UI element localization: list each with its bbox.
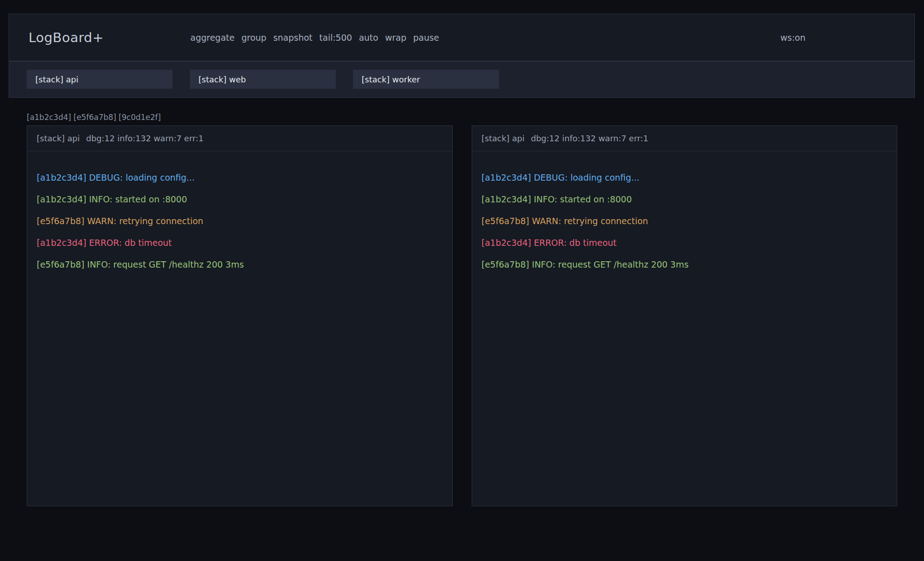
log-line: [a1b2c3d4] ERROR: db timeout (37, 232, 443, 254)
stack-tab-web[interactable]: [stack] web (190, 70, 336, 89)
log-line: [e5f6a7b8] WARN: retrying connection (37, 210, 443, 232)
log-line: [a1b2c3d4] DEBUG: loading config... (482, 167, 888, 188)
toolbar-item-aggregate[interactable]: aggregate (190, 33, 235, 43)
app-header: LogBoard+ aggregate group snapshot tail:… (9, 14, 914, 62)
panel-stats: dbg:12 info:132 warn:7 err:1 (531, 134, 648, 143)
panel-header: [stack] api dbg:12 info:132 warn:7 err:1 (27, 126, 452, 151)
log-line: [e5f6a7b8] INFO: request GET /healthz 20… (482, 254, 888, 275)
panel-source-label: [stack] api (482, 134, 525, 143)
log-panel-left: [stack] api dbg:12 info:132 warn:7 err:1… (27, 125, 453, 506)
stack-tab-worker[interactable]: [stack] worker (353, 70, 499, 89)
top-bar: LogBoard+ aggregate group snapshot tail:… (9, 14, 915, 98)
log-line: [a1b2c3d4] INFO: started on :8000 (482, 188, 888, 210)
toolbar-item-snapshot[interactable]: snapshot (273, 33, 313, 43)
ws-status[interactable]: ws:on (780, 33, 806, 43)
log-line: [a1b2c3d4] ERROR: db timeout (482, 232, 888, 254)
stack-tabs-row: [stack] api [stack] web [stack] worker (9, 62, 914, 97)
log-line: [e5f6a7b8] WARN: retrying connection (482, 210, 888, 232)
log-panels: [stack] api dbg:12 info:132 warn:7 err:1… (27, 125, 897, 506)
toolbar: aggregate group snapshot tail:500 auto w… (190, 33, 439, 43)
log-line: [a1b2c3d4] INFO: started on :8000 (37, 188, 443, 210)
panel-log-body: [a1b2c3d4] DEBUG: loading config... [a1b… (27, 151, 452, 275)
log-line: [e5f6a7b8] INFO: request GET /healthz 20… (37, 254, 443, 275)
app-title: LogBoard+ (29, 30, 104, 45)
toolbar-item-pause[interactable]: pause (413, 33, 439, 43)
panel-stats: dbg:12 info:132 warn:7 err:1 (86, 134, 203, 143)
log-panel-right: [stack] api dbg:12 info:132 warn:7 err:1… (472, 125, 898, 506)
toolbar-item-auto[interactable]: auto (359, 33, 378, 43)
panel-source-label: [stack] api (37, 134, 80, 143)
toolbar-item-tail[interactable]: tail:500 (319, 33, 352, 43)
stack-tab-api[interactable]: [stack] api (27, 70, 173, 89)
toolbar-item-group[interactable]: group (242, 33, 266, 43)
log-line: [a1b2c3d4] DEBUG: loading config... (37, 167, 443, 188)
toolbar-item-wrap[interactable]: wrap (385, 33, 406, 43)
panel-log-body: [a1b2c3d4] DEBUG: loading config... [a1b… (472, 151, 897, 275)
panel-header: [stack] api dbg:12 info:132 warn:7 err:1 (472, 126, 897, 151)
trace-ids-line: [a1b2c3d4] [e5f6a7b8] [9c0d1e2f] (27, 112, 161, 123)
